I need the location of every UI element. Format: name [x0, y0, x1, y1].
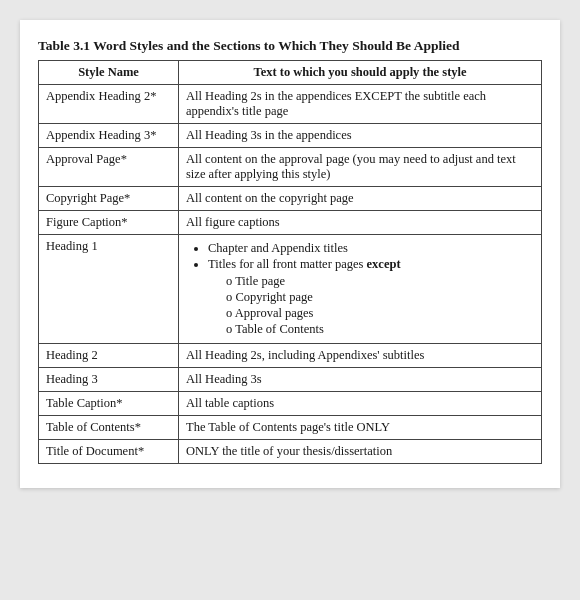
header-description: Text to which you should apply the style — [179, 61, 542, 85]
style-name-cell: Appendix Heading 3* — [39, 124, 179, 148]
style-name-cell: Heading 3 — [39, 368, 179, 392]
style-name-cell: Table Caption* — [39, 392, 179, 416]
description-cell: All Heading 3s — [179, 368, 542, 392]
list-item: Chapter and Appendix titles — [208, 241, 534, 256]
description-cell: All Heading 2s in the appendices EXCEPT … — [179, 85, 542, 124]
table-row: Table of Contents*The Table of Contents … — [39, 416, 542, 440]
sub-list-item: Approval pages — [226, 306, 534, 321]
table-row: Title of Document*ONLY the title of your… — [39, 440, 542, 464]
style-name-cell: Table of Contents* — [39, 416, 179, 440]
description-cell: All Heading 2s, including Appendixes' su… — [179, 344, 542, 368]
sub-list-item: Copyright page — [226, 290, 534, 305]
description-cell: Chapter and Appendix titlesTitles for al… — [179, 235, 542, 344]
table-row: Heading 1Chapter and Appendix titlesTitl… — [39, 235, 542, 344]
description-cell: ONLY the title of your thesis/dissertati… — [179, 440, 542, 464]
page: Table 3.1 Word Styles and the Sections t… — [20, 20, 560, 488]
table-row: Appendix Heading 2*All Heading 2s in the… — [39, 85, 542, 124]
table-title: Table 3.1 Word Styles and the Sections t… — [38, 38, 542, 54]
table-header-row: Style Name Text to which you should appl… — [39, 61, 542, 85]
header-style-name: Style Name — [39, 61, 179, 85]
style-name-cell: Appendix Heading 2* — [39, 85, 179, 124]
description-cell: All content on the copyright page — [179, 187, 542, 211]
table-row: Figure Caption*All figure captions — [39, 211, 542, 235]
list-item: Titles for all front matter pages except — [208, 257, 534, 272]
description-cell: All table captions — [179, 392, 542, 416]
style-name-cell: Figure Caption* — [39, 211, 179, 235]
description-cell: The Table of Contents page's title ONLY — [179, 416, 542, 440]
style-name-cell: Copyright Page* — [39, 187, 179, 211]
table-row: Heading 3All Heading 3s — [39, 368, 542, 392]
table-row: Copyright Page*All content on the copyri… — [39, 187, 542, 211]
description-cell: All content on the approval page (you ma… — [179, 148, 542, 187]
style-name-cell: Heading 2 — [39, 344, 179, 368]
sub-list-item: Table of Contents — [226, 322, 534, 337]
table-row: Approval Page*All content on the approva… — [39, 148, 542, 187]
style-name-cell: Approval Page* — [39, 148, 179, 187]
styles-table: Style Name Text to which you should appl… — [38, 60, 542, 464]
table-row: Heading 2All Heading 2s, including Appen… — [39, 344, 542, 368]
sub-list-item: Title page — [226, 274, 534, 289]
table-row: Table Caption*All table captions — [39, 392, 542, 416]
style-name-cell: Title of Document* — [39, 440, 179, 464]
description-cell: All Heading 3s in the appendices — [179, 124, 542, 148]
description-cell: All figure captions — [179, 211, 542, 235]
style-name-cell: Heading 1 — [39, 235, 179, 344]
table-row: Appendix Heading 3*All Heading 3s in the… — [39, 124, 542, 148]
